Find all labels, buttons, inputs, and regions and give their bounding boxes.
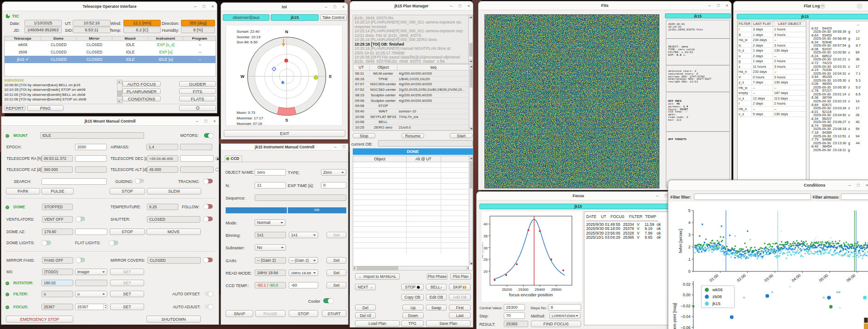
svg-text:03:00: 03:00 bbox=[763, 273, 774, 283]
svg-text:−0.06: −0.06 bbox=[681, 325, 691, 329]
svg-text:4: 4 bbox=[688, 220, 691, 225]
svg-text:5: 5 bbox=[688, 208, 691, 213]
svg-text:40: 40 bbox=[484, 222, 488, 226]
svg-text:E: E bbox=[329, 74, 332, 79]
svg-text:zb08: zb08 bbox=[712, 294, 722, 299]
svg-text:30: 30 bbox=[484, 246, 488, 250]
svg-text:star profiles: star profiles bbox=[482, 242, 484, 259]
svg-text:06:00: 06:00 bbox=[845, 273, 856, 283]
svg-text:04:00: 04:00 bbox=[791, 273, 801, 283]
svg-text:01:00: 01:00 bbox=[709, 273, 719, 283]
svg-text:fwhm [arcsec]: fwhm [arcsec] bbox=[678, 229, 683, 253]
svg-text:N: N bbox=[285, 29, 288, 34]
svg-text:W: W bbox=[240, 74, 245, 79]
svg-text:25: 25 bbox=[484, 258, 488, 262]
svg-text:S: S bbox=[285, 118, 288, 123]
svg-text:25300: 25300 bbox=[518, 288, 529, 292]
svg-text:−0.04: −0.04 bbox=[681, 314, 691, 319]
svg-text:35: 35 bbox=[484, 234, 488, 238]
svg-text:05:00: 05:00 bbox=[818, 273, 829, 283]
svg-text:3: 3 bbox=[688, 233, 691, 237]
svg-text:focus encoder position: focus encoder position bbox=[509, 292, 553, 297]
svg-text:jk15: jk15 bbox=[712, 301, 720, 306]
svg-text:−0.02: −0.02 bbox=[681, 304, 691, 308]
svg-text:1: 1 bbox=[688, 257, 691, 262]
svg-text:0.02: 0.02 bbox=[683, 282, 691, 287]
svg-text:25200: 25200 bbox=[502, 288, 513, 292]
svg-text:0.00: 0.00 bbox=[683, 293, 691, 297]
svg-text:25500: 25500 bbox=[551, 288, 562, 292]
svg-text:2: 2 bbox=[688, 245, 691, 249]
svg-text:02:00: 02:00 bbox=[736, 273, 746, 283]
svg-text:25400: 25400 bbox=[535, 288, 545, 292]
svg-text:20: 20 bbox=[484, 270, 488, 274]
svg-text:zero point [mag]: zero point [mag] bbox=[672, 303, 677, 329]
svg-text:0: 0 bbox=[688, 269, 691, 274]
svg-text:wk06: wk06 bbox=[712, 287, 722, 292]
